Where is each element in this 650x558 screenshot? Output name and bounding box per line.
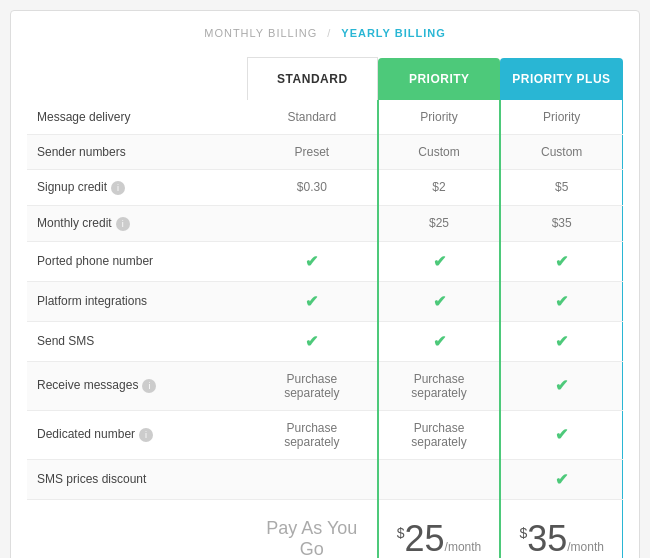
priority-plus-price-period: /month [567, 540, 604, 554]
column-header-priority: PRIORITY [378, 58, 501, 101]
priority-value [378, 459, 501, 499]
feature-label: Monthly crediti [27, 205, 247, 241]
check-icon: ✔ [555, 293, 568, 310]
standard-value: Purchase separately [247, 410, 378, 459]
info-icon[interactable]: i [111, 181, 125, 195]
check-icon: ✔ [433, 333, 446, 350]
column-header-label [27, 58, 247, 101]
check-icon: ✔ [305, 253, 318, 270]
table-row: Message deliveryStandardPriorityPriority [27, 100, 623, 135]
priority-plus-value: $35 [500, 205, 622, 241]
billing-toggle: MONTHLY BILLING / YEARLY BILLING [27, 27, 623, 39]
priority-price-period: /month [445, 540, 482, 554]
info-icon[interactable]: i [142, 379, 156, 393]
check-icon: ✔ [305, 333, 318, 350]
priority-value: ✔ [378, 321, 501, 361]
priority-value: ✔ [378, 281, 501, 321]
standard-value: Preset [247, 135, 378, 170]
priority-price-amount: $25/month [389, 521, 490, 557]
priority-value: Purchase separately [378, 361, 501, 410]
billing-divider: / [327, 27, 331, 39]
pricing-container: MONTHLY BILLING / YEARLY BILLING STANDAR… [10, 10, 640, 558]
check-icon: ✔ [433, 293, 446, 310]
yearly-billing-label[interactable]: YEARLY BILLING [341, 27, 445, 39]
priority-value: $25 [378, 205, 501, 241]
standard-value: ✔ [247, 321, 378, 361]
feature-label: Ported phone number [27, 241, 247, 281]
check-icon: ✔ [555, 426, 568, 443]
priority-plus-value: $5 [500, 170, 622, 206]
column-header-standard: STANDARD [247, 58, 378, 101]
priority-value: $2 [378, 170, 501, 206]
priority-plus-value: ✔ [500, 361, 622, 410]
feature-label: Platform integrations [27, 281, 247, 321]
feature-label: Receive messagesi [27, 361, 247, 410]
priority-plus-value: ✔ [500, 459, 622, 499]
priority-plus-value: ✔ [500, 321, 622, 361]
priority-plus-value: Priority [500, 100, 622, 135]
priority-price-number: 25 [405, 518, 445, 558]
footer-label-empty [27, 499, 247, 558]
priority-plus-value: Custom [500, 135, 622, 170]
priority-value: Custom [378, 135, 501, 170]
priority-plus-price-number: 35 [527, 518, 567, 558]
check-icon: ✔ [305, 293, 318, 310]
check-icon: ✔ [433, 253, 446, 270]
info-icon[interactable]: i [139, 428, 153, 442]
standard-value: ✔ [247, 241, 378, 281]
feature-label: Signup crediti [27, 170, 247, 206]
table-row: Monthly crediti$25$35 [27, 205, 623, 241]
feature-label: Send SMS [27, 321, 247, 361]
priority-plus-value: ✔ [500, 241, 622, 281]
standard-value: Purchase separately [247, 361, 378, 410]
check-icon: ✔ [555, 333, 568, 350]
column-header-priority-plus: PRIORITY PLUS [500, 58, 622, 101]
standard-value [247, 459, 378, 499]
table-row: Sender numbersPresetCustomCustom [27, 135, 623, 170]
priority-plus-value: ✔ [500, 281, 622, 321]
standard-value: $0.30 [247, 170, 378, 206]
table-row: Send SMS✔✔✔ [27, 321, 623, 361]
standard-value [247, 205, 378, 241]
priority-plus-price-display: $35/month [500, 499, 622, 558]
priority-value: Purchase separately [378, 410, 501, 459]
table-row: Signup crediti$0.30$2$5 [27, 170, 623, 206]
table-row: Dedicated numberiPurchase separatelyPurc… [27, 410, 623, 459]
pricing-table: STANDARD PRIORITY PRIORITY PLUS Message … [27, 57, 623, 558]
feature-label: Message delivery [27, 100, 247, 135]
footer-price-row: Pay As You Go$25/month$35/month [27, 499, 623, 558]
check-icon: ✔ [555, 377, 568, 394]
standard-price-display: Pay As You Go [247, 499, 378, 558]
feature-label: Sender numbers [27, 135, 247, 170]
check-icon: ✔ [555, 253, 568, 270]
priority-price-display: $25/month [378, 499, 501, 558]
table-row: Ported phone number✔✔✔ [27, 241, 623, 281]
table-row: SMS prices discount✔ [27, 459, 623, 499]
check-icon: ✔ [555, 471, 568, 488]
priority-plus-value: ✔ [500, 410, 622, 459]
priority-plus-price-amount: $35/month [511, 521, 612, 557]
standard-value: Standard [247, 100, 378, 135]
monthly-billing-label[interactable]: MONTHLY BILLING [204, 27, 317, 39]
feature-label: Dedicated numberi [27, 410, 247, 459]
feature-label: SMS prices discount [27, 459, 247, 499]
pay-as-go-label: Pay As You Go [266, 518, 357, 558]
table-row: Receive messagesiPurchase separatelyPurc… [27, 361, 623, 410]
table-row: Platform integrations✔✔✔ [27, 281, 623, 321]
info-icon[interactable]: i [116, 217, 130, 231]
standard-value: ✔ [247, 281, 378, 321]
priority-currency-symbol: $ [397, 525, 405, 541]
priority-value: ✔ [378, 241, 501, 281]
priority-value: Priority [378, 100, 501, 135]
